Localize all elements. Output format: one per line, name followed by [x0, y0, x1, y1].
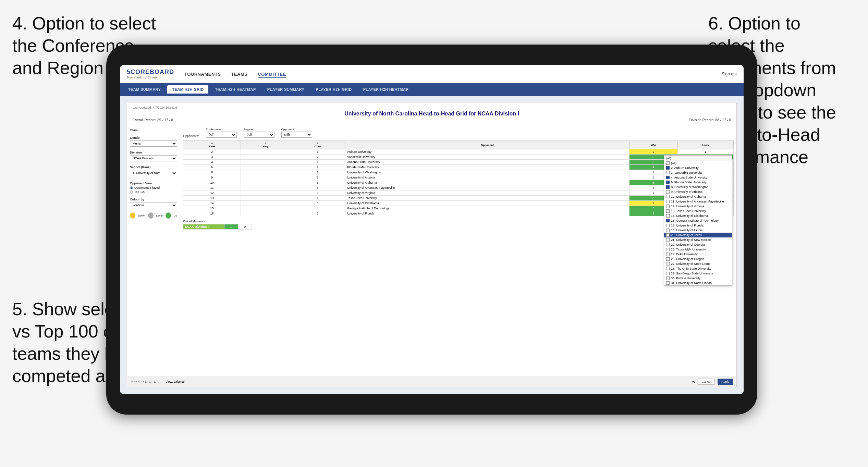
data-table: #Rank #Reg #Conf Opponent Win Loss 2: [183, 140, 734, 216]
school-dropdown[interactable]: 1. University of Nort...: [130, 170, 177, 176]
table-header-row: #Rank #Reg #Conf Opponent Win Loss: [183, 141, 734, 149]
table-row: 14 6 University of Oklahoma 2 2: [183, 201, 734, 206]
cell-opponent: University of Virginia: [345, 191, 629, 196]
gender-dropdown[interactable]: Men's: [130, 140, 177, 147]
checkbox-icon: [666, 166, 670, 170]
dropdown-item[interactable]: 23. Texas A&M University: [664, 247, 732, 252]
tab-player-h2h-heatmap[interactable]: PLAYER H2H HEATMAP: [358, 85, 414, 94]
region-dropdown[interactable]: (All): [244, 132, 274, 138]
dropdown-item[interactable]: (All): [664, 161, 732, 165]
sign-out[interactable]: Sign out: [722, 72, 737, 76]
cell-rank: 15: [183, 206, 241, 211]
dropdown-item[interactable]: 30. Purdue University: [664, 276, 732, 281]
dropdown-item[interactable]: 13. Texas Tech University: [664, 209, 732, 213]
navbar: 5COREBOARD Powered by Scout TOURNAMENTS …: [120, 65, 744, 83]
dropdown-item[interactable]: 28. The Ohio State University: [664, 266, 732, 271]
checkbox-icon: [666, 224, 670, 227]
tab-team-summary[interactable]: TEAM SUMMARY: [123, 85, 166, 94]
col-loss: Loss: [677, 141, 733, 149]
radio-top100[interactable]: Top 100: [130, 190, 177, 194]
report-container: Last Updated: 4/7/2024 16:55:38 Universi…: [127, 103, 737, 387]
cell-conf: 2: [290, 170, 345, 175]
dropdown-item-label: 31. University of North Florida: [671, 281, 712, 285]
dropdown-item[interactable]: 29. San Diego State University: [664, 271, 732, 276]
dropdown-item-label: 21. University of New Mexico: [671, 238, 711, 242]
checkbox-icon: [666, 262, 670, 266]
dropdown-item[interactable]: 6. Florida State University: [664, 180, 732, 185]
cell-reg: [241, 191, 290, 196]
dropdown-header: (All): [664, 156, 732, 161]
dropdown-item[interactable]: 9. University of Arizona: [664, 189, 732, 194]
table-row: 8 2 University of Washington 1 0: [183, 170, 734, 175]
col-opponent: Opponent: [345, 141, 629, 149]
dropdown-item[interactable]: 21. University of New Mexico: [664, 237, 732, 242]
apply-button[interactable]: Apply: [718, 379, 733, 385]
cell-opponent: University of Florida: [345, 211, 629, 216]
dropdown-item[interactable]: 24. Duke University: [664, 252, 732, 257]
gender-label: Gender: [130, 136, 177, 139]
dropdown-item[interactable]: 27. University of Notre Dame: [664, 261, 732, 266]
cell-reg: [241, 180, 290, 185]
dropdown-item[interactable]: 31. University of North Florida: [664, 281, 732, 285]
dropdown-item-label: 20. University of Texas: [671, 233, 702, 237]
dropdown-item[interactable]: 20. University of Texas: [664, 233, 732, 237]
dropdown-item-label: (All): [671, 161, 676, 165]
nav-tournaments[interactable]: TOURNAMENTS: [184, 71, 221, 77]
dropdown-item[interactable]: 22. University of Georgia: [664, 242, 732, 247]
cell-opponent: Georgia Institute of Technology: [345, 206, 629, 211]
nav-committee[interactable]: COMMITTEE: [258, 71, 286, 77]
nav-links: TOURNAMENTS TEAMS COMMITTEE: [184, 71, 286, 77]
conference-dropdown[interactable]: (All): [206, 132, 237, 138]
tab-team-h2h-grid[interactable]: TEAM H2H GRID: [167, 85, 208, 94]
cell-rank: 4: [183, 160, 241, 165]
cell-reg: [241, 196, 290, 201]
tab-player-summary[interactable]: PLAYER SUMMARY: [262, 85, 309, 94]
dropdown-item[interactable]: 16. University of Florida: [664, 223, 732, 228]
dropdown-item[interactable]: 4. Arizona State University: [664, 175, 732, 180]
dropdown-item[interactable]: 18. University of Illinois: [664, 228, 732, 233]
dropdown-item[interactable]: 8. University of Washington: [664, 185, 732, 189]
table-row: 6 2 Florida State University 4 2: [183, 165, 734, 170]
subnav: TEAM SUMMARY TEAM H2H GRID TEAM H2H HEAT…: [120, 83, 744, 96]
checkbox-icon: [666, 176, 670, 179]
cell-opponent: Texas Tech University: [345, 196, 629, 201]
cell-reg: [241, 155, 290, 160]
dropdown-item[interactable]: 2. Auburn University: [664, 165, 732, 170]
dropdown-item[interactable]: 12. University of Virginia: [664, 204, 732, 209]
tab-player-h2h-grid[interactable]: PLAYER H2H GRID: [311, 85, 356, 94]
radio-opponents-played[interactable]: Opponents Played: [130, 186, 177, 189]
overall-record: Overall Record: 89 - 17 - 0: [133, 118, 173, 122]
checkbox-icon: [666, 257, 670, 261]
opponent-dropdown-panel[interactable]: (All)(All)2. Auburn University3. Vanderb…: [664, 155, 732, 286]
cancel-button[interactable]: Cancel: [698, 379, 715, 385]
opponent-dropdown[interactable]: (All): [281, 132, 312, 138]
dropdown-item[interactable]: 11. University of Arkansas, Fayetteville: [664, 199, 732, 204]
table-row: 12 3 University of Virginia 1 0: [183, 191, 734, 196]
nav-teams[interactable]: TEAMS: [231, 71, 247, 77]
cell-conf: 4: [290, 206, 345, 211]
dropdown-item-label: 8. University of Washington: [671, 185, 708, 189]
out-division-loss: 0: [238, 224, 252, 230]
checkbox-icon: [666, 214, 670, 218]
dropdown-item[interactable]: 3. Vanderbilt University: [664, 170, 732, 175]
tab-team-h2h-heatmap[interactable]: TEAM H2H HEATMAP: [210, 85, 260, 94]
checkbox-icon: [666, 190, 670, 194]
dropdown-item[interactable]: 15. Georgia Institute of Technology: [664, 218, 732, 223]
dropdown-item[interactable]: 25. University of Oregon: [664, 257, 732, 261]
division-dropdown[interactable]: NCAA Division I: [130, 155, 177, 161]
table-row: 2 1 Auburn University 2 1: [183, 149, 734, 155]
dropdown-item-label: 4. Arizona State University: [671, 176, 707, 179]
dropdown-item[interactable]: 14. University of Oklahoma: [664, 213, 732, 218]
cell-conf: 6: [290, 185, 345, 191]
cell-conf: 6: [290, 201, 345, 206]
cell-reg: [241, 185, 290, 191]
report-meta: Last Updated: 4/7/2024 16:55:38: [133, 106, 731, 109]
colour-by-dropdown[interactable]: Win/loss: [130, 202, 177, 208]
out-division-win: 1: [224, 224, 238, 230]
dropdown-item-label: 30. Purdue University: [671, 276, 700, 280]
cell-reg: [241, 206, 290, 211]
table-row: 3 2 Vanderbilt University 0 4: [183, 155, 734, 160]
dropdown-item-label: 14. University of Oklahoma: [671, 214, 708, 218]
dropdown-item[interactable]: 10. University of Alabama: [664, 194, 732, 199]
cell-reg: [241, 211, 290, 216]
